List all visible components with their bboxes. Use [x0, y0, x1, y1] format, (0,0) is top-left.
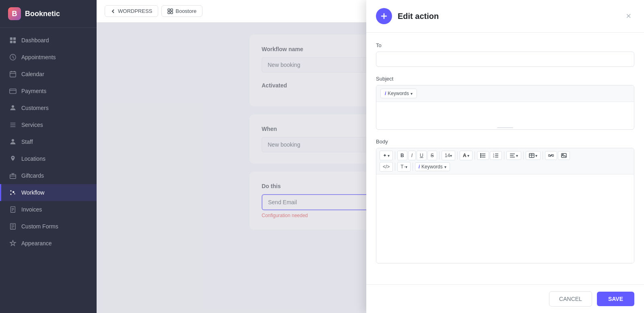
giftcards-icon — [9, 172, 17, 179]
body-toolbar: ✦ ▾ B I U S 14 ▾ A ▾ — [376, 148, 634, 174]
svg-point-34 — [480, 155, 481, 156]
sidebar-item-calendar[interactable]: Calendar — [0, 66, 97, 83]
sidebar-nav: Dashboard Appointments Calendar Payments… — [0, 28, 97, 256]
body-keywords-chevron-icon: ▾ — [444, 165, 446, 169]
tb-strikethrough-btn[interactable]: S — [427, 151, 437, 160]
tb-ol-btn[interactable]: 123 — [490, 151, 502, 160]
sidebar-label-calendar: Calendar — [21, 71, 44, 77]
tb-fontcolor-btn[interactable]: A ▾ — [460, 151, 473, 160]
body-label: Body — [376, 139, 634, 145]
svg-rect-9 — [10, 89, 16, 94]
keywords-chevron-icon: ▾ — [411, 91, 413, 96]
sidebar-item-appointments[interactable]: Appointments — [0, 49, 97, 66]
to-input[interactable] — [376, 52, 634, 67]
sidebar-label-custom-forms: Custom Forms — [21, 223, 58, 230]
tb-code-btn[interactable]: </> — [380, 162, 393, 172]
back-arrow-icon — [111, 9, 116, 14]
tb-sep-1 — [395, 151, 395, 160]
sidebar-label-services: Services — [21, 122, 43, 128]
save-button[interactable]: SAVE — [597, 292, 634, 306]
subject-label: Subject — [376, 76, 634, 82]
plugin-icon — [167, 8, 173, 14]
sidebar-item-custom-forms[interactable]: Custom Forms — [0, 218, 97, 235]
svg-rect-0 — [10, 37, 12, 40]
svg-rect-2 — [10, 41, 12, 43]
sidebar-item-staff[interactable]: Staff — [0, 133, 97, 150]
appearance-icon — [9, 240, 17, 247]
panel-footer: CANCEL SAVE — [366, 284, 644, 313]
subject-field-group: Subject i Keywords ▾ — [376, 76, 634, 130]
tb-link-btn[interactable] — [545, 151, 557, 160]
svg-rect-29 — [171, 12, 173, 14]
wordpress-breadcrumb[interactable]: WORDPRESS — [105, 5, 158, 17]
tb-bold-btn[interactable]: B — [397, 151, 407, 160]
invoices-icon — [9, 206, 17, 213]
subject-keywords-btn[interactable]: i Keywords ▾ — [380, 89, 417, 98]
tb-text-format-btn[interactable]: T↑ ▾ — [397, 162, 410, 172]
sidebar-label-customers: Customers — [21, 105, 49, 111]
subject-area[interactable] — [376, 102, 634, 126]
sidebar-item-giftcards[interactable]: Giftcards — [0, 167, 97, 184]
tb-align-btn[interactable]: ▾ — [506, 151, 521, 160]
tb-sep-3 — [457, 151, 458, 160]
body-keywords-info-icon: i — [419, 164, 420, 170]
svg-rect-3 — [13, 41, 16, 43]
tb-table-btn[interactable]: ▾ — [526, 151, 541, 160]
sidebar-label-staff: Staff — [21, 139, 33, 145]
tb-sep-7 — [543, 151, 543, 160]
sidebar-label-appearance: Appearance — [21, 240, 52, 247]
svg-point-15 — [12, 139, 14, 141]
tb-magic-btn[interactable]: ✦ ▾ — [380, 151, 393, 160]
sidebar-label-giftcards: Giftcards — [21, 172, 44, 179]
body-area[interactable] — [376, 174, 634, 263]
svg-point-35 — [480, 157, 481, 158]
logo-icon: B — [8, 7, 21, 20]
sidebar-label-locations: Locations — [21, 155, 45, 162]
sidebar-label-invoices: Invoices — [21, 206, 42, 213]
subject-toolbar: i Keywords ▾ — [376, 85, 634, 102]
sidebar: B Booknetic Dashboard Appointments Calen… — [0, 0, 97, 313]
panel-add-icon — [376, 8, 392, 24]
sidebar-item-services[interactable]: Services — [0, 116, 97, 133]
svg-rect-5 — [10, 72, 16, 77]
tb-sep-5 — [504, 151, 504, 160]
tb-fontsize-btn[interactable]: 14 ▾ — [442, 151, 455, 160]
sidebar-label-appointments: Appointments — [21, 54, 56, 60]
subject-resize-handle[interactable] — [376, 126, 634, 129]
staff-icon — [9, 138, 17, 145]
calendar-icon — [9, 70, 17, 78]
to-label: To — [376, 42, 634, 48]
panel-title: Edit action — [398, 12, 623, 21]
boostore-breadcrumb[interactable]: Boostore — [161, 5, 202, 17]
appointments-icon — [9, 54, 17, 61]
sidebar-item-invoices[interactable]: Invoices — [0, 201, 97, 218]
sidebar-item-dashboard[interactable]: Dashboard — [0, 32, 97, 49]
sidebar-label-dashboard: Dashboard — [21, 37, 49, 44]
sidebar-item-payments[interactable]: Payments — [0, 83, 97, 99]
svg-rect-28 — [168, 12, 170, 14]
tb-sep-8 — [395, 163, 395, 171]
close-button[interactable]: × — [623, 9, 634, 23]
sidebar-item-customers[interactable]: Customers — [0, 99, 97, 116]
cancel-button[interactable]: CANCEL — [549, 291, 592, 307]
edit-action-panel: Edit action × To Subject i Keywords ▾ — [366, 0, 644, 313]
sidebar-item-locations[interactable]: Locations — [0, 150, 97, 167]
tb-image-btn[interactable] — [558, 151, 570, 160]
sidebar-item-workflow[interactable]: Workflow — [0, 184, 97, 201]
svg-rect-16 — [10, 174, 16, 178]
panel-body: To Subject i Keywords ▾ — [366, 33, 644, 284]
tb-ul-btn[interactable] — [477, 151, 489, 160]
tb-italic-btn[interactable]: I — [408, 151, 416, 160]
services-icon — [9, 121, 17, 129]
sidebar-item-appearance[interactable]: Appearance — [0, 235, 97, 252]
svg-point-33 — [480, 153, 481, 154]
body-keywords-btn[interactable]: i Keywords ▾ — [415, 162, 450, 171]
body-field-group: Body ✦ ▾ B I U S 14 ▾ — [376, 139, 634, 263]
svg-point-11 — [12, 105, 14, 108]
main-content: WORDPRESS Boostore Workflow name New boo… — [97, 0, 644, 313]
svg-rect-26 — [168, 9, 170, 11]
dashboard-icon — [9, 37, 17, 44]
payments-icon — [9, 87, 17, 95]
tb-underline-btn[interactable]: U — [417, 151, 427, 160]
sidebar-logo: B Booknetic — [0, 0, 97, 28]
